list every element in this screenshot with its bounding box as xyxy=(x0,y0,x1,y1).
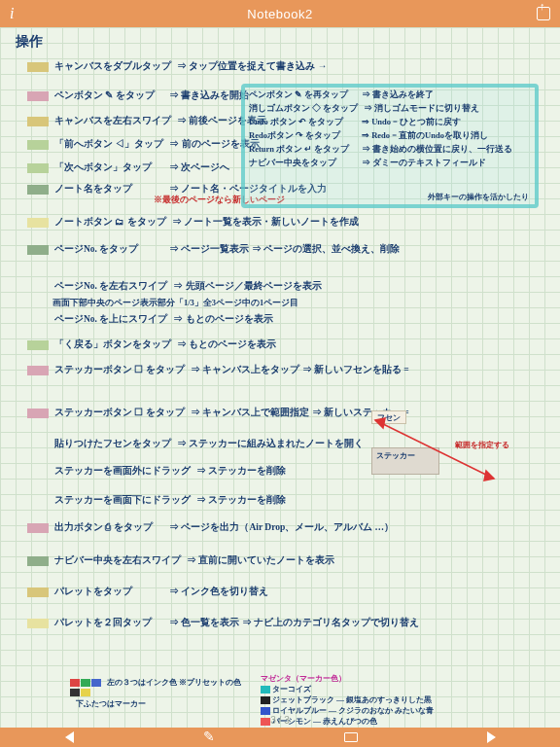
page-counter[interactable]: 3 / 3 xyxy=(270,715,289,726)
next-page-button[interactable] xyxy=(487,731,496,743)
cyan-result: ⇒ 書き始めの横位置に戻り、一行送る xyxy=(362,144,512,156)
row-result: ⇒ ステッカーに組み込まれたノートを開く xyxy=(177,440,364,449)
color-chip xyxy=(27,587,49,597)
row-result: ⇒ タップ位置を捉えて書き込み → xyxy=(177,62,327,72)
color-chip xyxy=(27,366,49,375)
share-button[interactable] xyxy=(521,7,550,20)
row-action: ページNo. を上にスワイプ xyxy=(54,315,167,325)
info-icon: i xyxy=(10,5,14,22)
canvas[interactable]: 操作 キャンバスをダブルタップ⇒ タップ位置を捉えて書き込み →ペンボタン ✎ … xyxy=(0,27,560,728)
bottom-toolbar: ✎ xyxy=(0,728,560,747)
writing-mode-box: ペンボタン ✎ を再タップ⇒ 書き込みを終了消しゴムボタン ◇ をタップ⇒ 消し… xyxy=(241,84,539,208)
cyan-action: Redoボタン ↷ をタップ xyxy=(249,130,356,142)
cyan-row: ペンボタン ✎ を再タップ⇒ 書き込みを終了 xyxy=(249,89,531,101)
row-action: 貼りつけたフセンをタップ xyxy=(54,440,171,449)
row-result: ⇒ ページ一覧表示 ⇒ ページの選択、並べ換え、削除 xyxy=(169,245,400,255)
instruction-row: ステッカーを画面下にドラッグ⇒ ステッカーを削除 xyxy=(27,496,286,506)
prev-page-button[interactable] xyxy=(65,731,74,743)
instruction-row: キャンバスを左右スワイプ⇒ 前後ページを表示 xyxy=(27,117,266,126)
row-action: ページNo. をタップ xyxy=(54,245,163,255)
cyan-action: ナビバー中央をタップ xyxy=(249,158,356,169)
red-arrow xyxy=(368,416,504,494)
svg-marker-2 xyxy=(375,418,385,428)
row-result: ⇒ 色一覧を表示 ⇒ ナビ上のカテゴリ名タップで切り替え xyxy=(169,619,419,628)
instruction-row: パレットを２回タップ⇒ 色一覧を表示 ⇒ ナビ上のカテゴリ名タップで切り替え xyxy=(27,619,419,628)
row-result: ⇒ もとのページを表示 xyxy=(177,340,276,350)
note-title[interactable]: Notebook2 xyxy=(247,7,312,21)
cyan-result: ⇒ 消しゴムモードに切り替え xyxy=(364,103,479,115)
section-title: 操作 xyxy=(16,33,43,51)
color-chip xyxy=(27,556,49,566)
color-chip xyxy=(27,163,49,173)
color-chip xyxy=(27,245,49,255)
instruction-row: ノートボタン 🗂 をタップ⇒ ノート一覧を表示・新しいノートを作成 xyxy=(27,218,359,228)
row-result: ⇒ キャンバス上をタップ ⇒ 新しいフセンを貼る = xyxy=(191,366,409,375)
color-chip xyxy=(27,218,49,228)
cyan-action: Return ボタン ↵ をタップ xyxy=(249,144,356,156)
row-result: ⇒ ステッカーを削除 xyxy=(196,496,286,506)
row-action: キャンバスを左右スワイプ xyxy=(54,117,171,126)
instruction-row: ステッカーボタン ☐ をタップ⇒ キャンバス上で範囲指定 ⇒ 新しいステッカー … xyxy=(27,409,409,418)
cyan-subnote: 外部キーの操作を活かしたり xyxy=(428,193,529,202)
cyan-action: Undo ボタン ↶ をタップ xyxy=(249,117,356,128)
row-result: ⇒ もとのページを表示 xyxy=(173,315,272,325)
instruction-row: 「前へボタン ◁」タップ⇒ 前のページを表示 xyxy=(27,140,260,150)
pc-c1: ターコイズ xyxy=(272,685,311,694)
color-chip xyxy=(27,91,49,101)
pen-button[interactable]: ✎ xyxy=(203,729,215,744)
pc-c2: ジェットブラック — 銀塩あのすっきりした黒 xyxy=(272,695,432,704)
palette-row-2 xyxy=(70,689,90,696)
color-chip xyxy=(27,62,49,72)
palette-note-2: 下ふたつはマーカー xyxy=(76,698,146,709)
info-button[interactable]: i xyxy=(10,5,39,22)
instruction-row: 「次へボタン」タップ⇒ 次ページへ xyxy=(27,163,229,173)
color-chip xyxy=(27,140,49,150)
color-chip xyxy=(27,340,49,350)
instruction-row: ページNo. をタップ⇒ ページ一覧表示 ⇒ ページの選択、並べ換え、削除 xyxy=(27,245,400,255)
color-chip xyxy=(27,185,49,195)
cyan-result: ⇒ ダミーのテキストフィールド xyxy=(362,158,486,169)
instruction-row: キャンバスをダブルタップ⇒ タップ位置を捉えて書き込み → xyxy=(27,62,327,72)
sticker-button[interactable] xyxy=(344,732,358,742)
row-action: ページNo. を左右スワイプ xyxy=(54,282,167,292)
cyan-result: ⇒ Undo = ひとつ前に戻す xyxy=(362,117,461,128)
color-chip xyxy=(27,117,49,126)
cyan-action: ペンボタン ✎ を再タップ xyxy=(249,89,356,101)
cyan-row: 消しゴムボタン ◇ をタップ⇒ 消しゴムモードに切り替え xyxy=(249,103,531,115)
row-action: ステッカーボタン ☐ をタップ xyxy=(54,409,185,418)
toolbar: i Notebook2 xyxy=(0,0,560,27)
row-action: 「く戻る」ボタンをタップ xyxy=(54,340,171,350)
pc-c3: ロイヤルブルー — クジラのおなか みたいな青 xyxy=(272,706,434,715)
cyan-action: 消しゴムボタン ◇ をタップ xyxy=(249,103,358,115)
row-action: ペンボタン ✎ をタップ xyxy=(54,91,163,101)
cyan-row: ナビバー中央をタップ⇒ ダミーのテキストフィールド xyxy=(249,158,531,169)
row-result: ⇒ ステッカーを削除 xyxy=(196,467,286,477)
instruction-row: ページNo. を左右スワイプ⇒ 先頭ページ／最終ページを表示 xyxy=(27,282,322,292)
pc-heading: マゼンタ（マーカー色） xyxy=(261,673,346,684)
row-action: 「次へボタン」タップ xyxy=(54,163,163,173)
row-result: ⇒ ノート一覧を表示・新しいノートを作成 xyxy=(172,218,359,228)
row-action: ステッカーを画面外にドラッグ xyxy=(54,467,191,477)
color-chip xyxy=(27,409,49,418)
instruction-row: ナビバー中央を左右スワイプ⇒ 直前に開いていたノートを表示 xyxy=(27,556,334,566)
row-action: ステッカーボタン ☐ をタップ xyxy=(54,366,185,375)
instruction-row: 出力ボタン ⎙ をタップ⇒ ページを出力（Air Drop、メール、アルバム …… xyxy=(27,523,394,533)
cyan-result: ⇒ Redo = 直前のUndoを取り消し xyxy=(362,130,488,142)
row-result: ⇒ 先頭ページ／最終ページを表示 xyxy=(173,282,321,292)
instruction-row: ステッカーを画面外にドラッグ⇒ ステッカーを削除 xyxy=(27,467,286,477)
note-page-indicator: 画面下部中央のページ表示部分「1/3」全3ページ中の1ページ目 xyxy=(52,298,298,309)
svg-line-0 xyxy=(375,420,494,479)
instruction-row: ページNo. を上にスワイプ⇒ もとのページを表示 xyxy=(27,315,273,325)
row-result: ⇒ 次ページへ xyxy=(169,163,229,173)
row-action: ナビバー中央を左右スワイプ xyxy=(54,556,181,566)
color-chip xyxy=(27,619,49,628)
instruction-row: パレットをタップ⇒ インク色を切り替え xyxy=(27,587,268,597)
palette-row-1 xyxy=(70,679,101,687)
row-action: 出力ボタン ⎙ をタップ xyxy=(54,523,163,533)
color-chip xyxy=(27,523,49,533)
row-action: ノート名をタップ xyxy=(54,185,163,195)
cyan-row: Undo ボタン ↶ をタップ⇒ Undo = ひとつ前に戻す xyxy=(249,117,531,128)
row-result: ⇒ 直前に開いていたノートを表示 xyxy=(187,556,334,566)
cyan-row: Redoボタン ↷ をタップ⇒ Redo = 直前のUndoを取り消し xyxy=(249,130,531,142)
instruction-row: 貼りつけたフセンをタップ⇒ ステッカーに組み込まれたノートを開く xyxy=(27,440,364,449)
